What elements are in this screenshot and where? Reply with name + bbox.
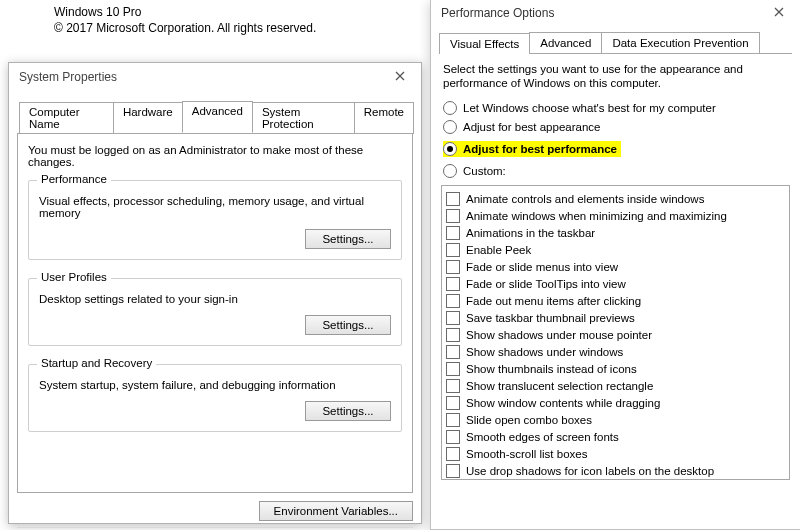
checklist-item-label: Animate windows when minimizing and maxi… xyxy=(466,208,727,224)
user-profiles-group: User Profiles Desktop settings related t… xyxy=(28,278,402,346)
checklist-item-label: Show shadows under windows xyxy=(466,344,623,360)
system-properties-title: System Properties xyxy=(19,70,385,84)
tab-system-protection[interactable]: System Protection xyxy=(252,102,355,134)
about-windows-text: Windows 10 Pro © 2017 Microsoft Corporat… xyxy=(54,4,316,36)
radio-option[interactable]: Adjust for best performance xyxy=(443,141,621,157)
radio-label: Custom: xyxy=(463,163,506,179)
checkbox-icon xyxy=(446,209,460,223)
radio-option[interactable]: Adjust for best appearance xyxy=(443,119,788,135)
checkbox-icon xyxy=(446,464,460,478)
checkbox-icon xyxy=(446,226,460,240)
checklist-item-label: Use drop shadows for icon labels on the … xyxy=(466,463,714,479)
close-icon xyxy=(395,70,405,84)
tab-advanced[interactable]: Advanced xyxy=(182,101,253,133)
checklist-item-label: Save taskbar thumbnail previews xyxy=(466,310,635,326)
checkbox-icon xyxy=(446,294,460,308)
checklist-item[interactable]: Show shadows under windows xyxy=(446,344,785,360)
performance-group-legend: Performance xyxy=(37,173,111,185)
checklist-item-label: Show translucent selection rectangle xyxy=(466,378,653,394)
checkbox-icon xyxy=(446,362,460,376)
radio-option[interactable]: Let Windows choose what's best for my co… xyxy=(443,100,788,116)
checklist-item[interactable]: Animate windows when minimizing and maxi… xyxy=(446,208,785,224)
checklist-item-label: Fade or slide ToolTips into view xyxy=(466,276,626,292)
checkbox-icon xyxy=(446,311,460,325)
checklist-item-label: Smooth-scroll list boxes xyxy=(466,446,587,462)
performance-group-desc: Visual effects, processor scheduling, me… xyxy=(39,195,391,219)
performance-options-title: Performance Options xyxy=(441,6,762,20)
visual-effects-radios: Let Windows choose what's best for my co… xyxy=(441,100,790,179)
tab-advanced[interactable]: Advanced xyxy=(529,32,602,53)
close-button[interactable] xyxy=(385,67,415,87)
radio-option[interactable]: Custom: xyxy=(443,163,788,179)
checkbox-icon xyxy=(446,447,460,461)
startup-recovery-group: Startup and Recovery System startup, sys… xyxy=(28,364,402,432)
tab-remote[interactable]: Remote xyxy=(354,102,414,134)
windows-edition-label: Windows 10 Pro xyxy=(54,4,316,20)
checklist-item-label: Show window contents while dragging xyxy=(466,395,660,411)
tab-computer-name[interactable]: Computer Name xyxy=(19,102,114,134)
visual-effects-checklist[interactable]: Animate controls and elements inside win… xyxy=(441,185,790,480)
tab-data-execution-prevention[interactable]: Data Execution Prevention xyxy=(601,32,759,53)
tab-label: Computer Name xyxy=(29,106,80,130)
tab-label: Advanced xyxy=(192,105,243,117)
checklist-item[interactable]: Smooth edges of screen fonts xyxy=(446,429,785,445)
checklist-item-label: Fade out menu items after clicking xyxy=(466,293,641,309)
radio-label: Let Windows choose what's best for my co… xyxy=(463,100,716,116)
checkbox-icon xyxy=(446,379,460,393)
visual-effects-note: Select the settings you want to use for … xyxy=(443,62,788,90)
checklist-item[interactable]: Fade or slide ToolTips into view xyxy=(446,276,785,292)
checklist-item[interactable]: Save taskbar thumbnail previews xyxy=(446,310,785,326)
checkbox-icon xyxy=(446,277,460,291)
tab-label: Advanced xyxy=(540,37,591,49)
checkbox-icon xyxy=(446,243,460,257)
checkbox-icon xyxy=(446,192,460,206)
checklist-item[interactable]: Fade out menu items after clicking xyxy=(446,293,785,309)
performance-options-tabs: Visual Effects Advanced Data Execution P… xyxy=(439,32,792,54)
checklist-item[interactable]: Smooth-scroll list boxes xyxy=(446,446,785,462)
performance-options-window: Performance Options Visual Effects Advan… xyxy=(430,0,800,530)
checkbox-icon xyxy=(446,396,460,410)
checklist-item[interactable]: Animate controls and elements inside win… xyxy=(446,191,785,207)
checklist-item[interactable]: Slide open combo boxes xyxy=(446,412,785,428)
checklist-item[interactable]: Animations in the taskbar xyxy=(446,225,785,241)
user-profiles-settings-button[interactable]: Settings... xyxy=(305,315,391,335)
tab-hardware[interactable]: Hardware xyxy=(113,102,183,134)
radio-icon xyxy=(443,101,457,115)
tab-visual-effects[interactable]: Visual Effects xyxy=(439,33,530,54)
radio-icon xyxy=(443,142,457,156)
tab-label: Data Execution Prevention xyxy=(612,37,748,49)
checklist-item[interactable]: Show translucent selection rectangle xyxy=(446,378,785,394)
close-button[interactable] xyxy=(762,3,796,23)
performance-options-titlebar[interactable]: Performance Options xyxy=(431,0,800,26)
advanced-tab-panel: You must be logged on as an Administrato… xyxy=(17,133,413,493)
environment-variables-button[interactable]: Environment Variables... xyxy=(259,501,413,521)
system-properties-titlebar[interactable]: System Properties xyxy=(9,63,421,91)
startup-recovery-settings-button[interactable]: Settings... xyxy=(305,401,391,421)
system-properties-window: System Properties Computer Name Hardware… xyxy=(8,62,422,524)
tab-label: Visual Effects xyxy=(450,38,519,50)
user-profiles-group-desc: Desktop settings related to your sign-in xyxy=(39,293,391,305)
startup-recovery-group-desc: System startup, system failure, and debu… xyxy=(39,379,391,391)
tab-label: System Protection xyxy=(262,106,314,130)
checklist-item-label: Smooth edges of screen fonts xyxy=(466,429,619,445)
performance-group: Performance Visual effects, processor sc… xyxy=(28,180,402,260)
checklist-item[interactable]: Show shadows under mouse pointer xyxy=(446,327,785,343)
close-icon xyxy=(774,6,784,20)
checklist-item[interactable]: Enable Peek xyxy=(446,242,785,258)
checklist-item-label: Show thumbnails instead of icons xyxy=(466,361,637,377)
checklist-item[interactable]: Fade or slide menus into view xyxy=(446,259,785,275)
user-profiles-group-legend: User Profiles xyxy=(37,271,111,283)
system-properties-tabs: Computer Name Hardware Advanced System P… xyxy=(17,101,413,133)
checklist-item[interactable]: Show window contents while dragging xyxy=(446,395,785,411)
startup-recovery-group-legend: Startup and Recovery xyxy=(37,357,156,369)
radio-icon xyxy=(443,120,457,134)
checklist-item[interactable]: Show thumbnails instead of icons xyxy=(446,361,785,377)
checkbox-icon xyxy=(446,413,460,427)
admin-login-note: You must be logged on as an Administrato… xyxy=(28,144,402,168)
checklist-item[interactable]: Use drop shadows for icon labels on the … xyxy=(446,463,785,479)
checklist-item-label: Slide open combo boxes xyxy=(466,412,592,428)
tab-label: Remote xyxy=(364,106,404,118)
checklist-item-label: Show shadows under mouse pointer xyxy=(466,327,652,343)
performance-settings-button[interactable]: Settings... xyxy=(305,229,391,249)
visual-effects-panel: Select the settings you want to use for … xyxy=(441,62,790,480)
